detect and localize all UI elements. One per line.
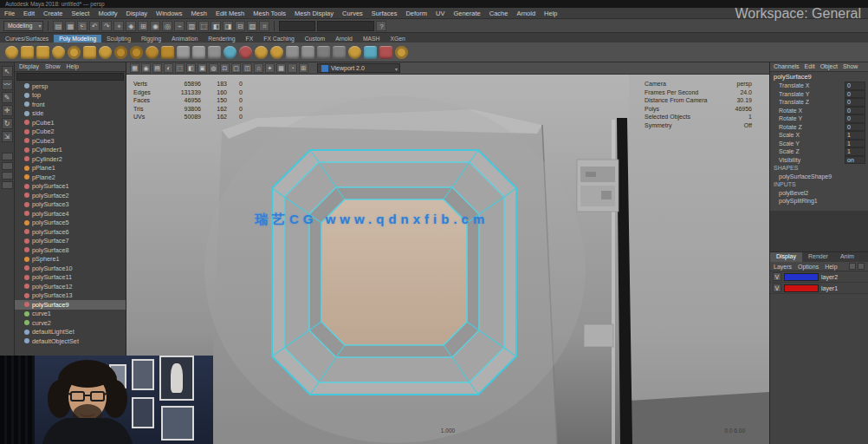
shelf-icon[interactable] [379,46,392,59]
menu-item[interactable]: Edit Mesh [211,10,249,17]
viewport-toolbar-icon[interactable]: ◔ [288,63,297,73]
outliner-item[interactable]: polySurface11 [15,273,126,283]
channel-row[interactable]: Rotate Y 0 [770,114,868,123]
status-icon[interactable]: ◈ [126,21,136,31]
layer-tab[interactable]: Render [802,252,834,262]
outliner-item[interactable]: defaultObjectSet [15,336,126,346]
menu-item[interactable]: Help [540,10,561,17]
layer-visibility-toggle[interactable]: V [773,272,781,281]
viewport-toolbar-icon[interactable]: ✦ [265,63,275,73]
menu-item[interactable]: Deform [401,10,431,17]
tool-icon[interactable]: ✛ [2,105,13,116]
outliner-menu-item[interactable]: Help [66,63,78,70]
shelf-icon[interactable] [68,46,81,59]
channel-value[interactable]: 1 [845,131,865,140]
tool-icon[interactable]: ↖ [2,66,13,77]
layout-persp-graph-button[interactable] [2,181,13,189]
shelf-icon[interactable] [333,46,346,59]
shelf-icon[interactable] [395,46,408,59]
layer-row[interactable]: V layer1 [770,283,868,294]
status-icon[interactable]: ◎ [162,21,172,31]
viewport-toolbar-icon[interactable]: ◉ [141,63,151,73]
help-line-icon[interactable]: ? [376,21,386,31]
layer-row[interactable]: V layer2 [770,271,868,283]
outliner-item[interactable]: curve2 [15,318,126,328]
shelf-tab[interactable]: XGen [385,35,411,42]
status-icon[interactable]: ⊞ [138,21,148,31]
new-layer-from-selected-button[interactable] [858,263,865,270]
channel-box-menu-item[interactable]: Edit [805,63,815,70]
channel-value[interactable]: 0 [845,123,865,132]
status-icon[interactable]: ◨ [223,21,233,31]
status-icon[interactable]: ▧ [247,21,257,31]
outliner-item[interactable]: polySurface12 [15,282,126,291]
workspace-selector[interactable]: Workspace: General [735,6,868,22]
outliner-item[interactable]: pCylinder1 [15,146,126,155]
channel-value[interactable]: 0 [845,98,865,107]
outliner-item[interactable]: side [15,109,126,119]
status-icon[interactable]: ⌁ [174,21,185,31]
status-icon[interactable]: ◉ [150,21,160,31]
shelf-icon[interactable] [146,46,159,59]
menu-item[interactable]: File [0,10,19,17]
channel-row[interactable]: Visibility on [770,156,868,165]
viewport-toolbar-icon[interactable]: ⬚ [175,63,185,73]
menu-item[interactable]: Cache [485,10,513,17]
outliner-search-input[interactable] [16,73,124,81]
status-icon[interactable]: ⌗ [259,21,269,31]
layout-single-pane-button[interactable] [2,153,13,160]
viewport-scene[interactable]: Verts 65896 183 0 Edges 131339 160 0 Fac… [126,75,769,444]
status-icon[interactable]: ⌖ [113,21,124,31]
channel-row[interactable]: Scale Z 1 [770,147,868,156]
shelf-icon[interactable] [114,46,127,59]
menu-item[interactable]: Mesh Display [290,10,338,17]
shelf-icon[interactable] [208,46,221,59]
viewport-toolbar-icon[interactable]: ▢ [231,63,241,73]
shelf-tab[interactable]: Arnold [330,35,358,42]
outliner-menu-item[interactable]: Show [45,63,61,70]
shelf-icon[interactable] [52,46,65,59]
shelf-icon[interactable] [83,46,96,59]
status-icon[interactable]: ⎗ [77,21,87,31]
status-icon[interactable]: ⬚ [198,21,209,31]
shelf-icon[interactable] [301,46,314,59]
layout-persp-outliner-button[interactable] [2,172,13,180]
shelf-icon[interactable] [5,46,18,59]
shelf-icon[interactable] [36,46,49,59]
layer-visibility-toggle[interactable]: V [773,284,781,292]
outliner-item[interactable]: polySurface7 [15,237,126,246]
outliner-item[interactable]: front [15,100,126,109]
channel-box-menu-item[interactable]: Object [820,63,838,70]
viewport-toolbar-icon[interactable]: ◍ [209,63,218,73]
channel-box-object-name[interactable]: polySurface9 [770,72,868,82]
shelf-icon[interactable] [348,46,361,59]
channel-row[interactable]: Rotate Z 0 [770,123,868,132]
viewport-toolbar-icon[interactable]: ▤ [152,63,162,73]
channel-value[interactable]: 0 [845,114,865,123]
menu-item[interactable]: Select [68,10,94,17]
outliner-item[interactable]: pCube1 [15,118,126,127]
menu-item[interactable]: Arnold [512,10,540,17]
outliner-item[interactable]: polySurface13 [15,291,126,301]
outliner-item[interactable]: polySurface6 [15,227,126,237]
tool-icon[interactable]: ⇲ [2,131,13,142]
shelf-icon[interactable] [286,46,299,59]
shelf-tab[interactable]: Rendering [203,35,240,42]
viewport-toolbar-icon[interactable]: ⌂ [254,63,263,73]
shelf-tab[interactable]: FX Caching [258,35,300,42]
menu-item[interactable]: Display [122,10,152,17]
viewport-toolbar-icon[interactable]: ◐ [164,63,173,73]
status-icon[interactable]: ↶ [89,21,100,31]
channel-value[interactable]: on [845,156,865,165]
channel-value[interactable]: 1 [845,147,865,156]
shelf-icon[interactable] [223,46,236,59]
shelf-icon[interactable] [21,46,34,59]
channel-value[interactable]: 1 [845,140,865,148]
shelf-tab[interactable]: Rigging [136,35,166,42]
layer-color-swatch[interactable] [784,273,819,281]
shelf-icon[interactable] [161,46,174,59]
shelf-tab[interactable]: Sculpting [101,35,136,42]
outliner-item[interactable]: pPlane2 [15,173,126,182]
outliner-menu-item[interactable]: Display [19,63,39,70]
shelf-icon[interactable] [239,46,252,59]
